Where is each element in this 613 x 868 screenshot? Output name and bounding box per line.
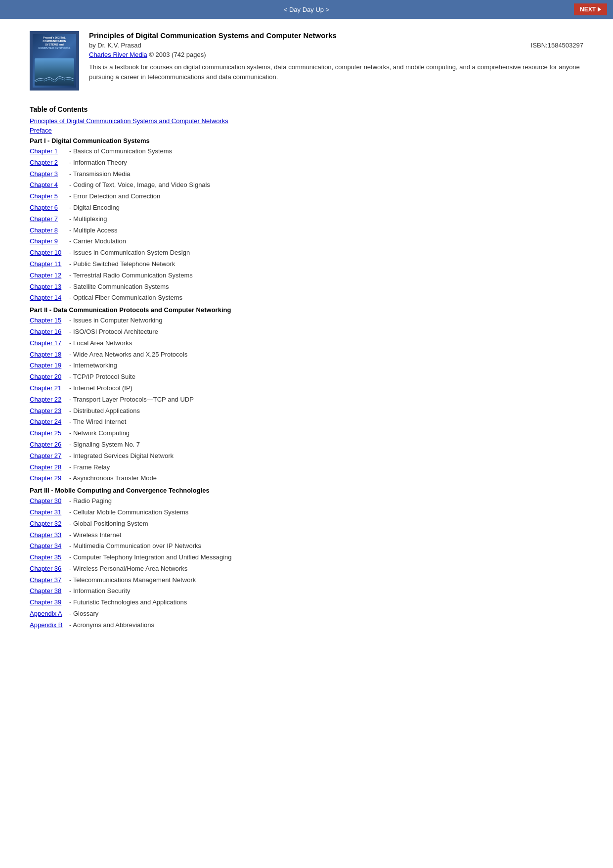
toc-chapter-link[interactable]: Chapter 28: [30, 462, 69, 473]
toc-chapter-link[interactable]: Chapter 18: [30, 350, 69, 360]
toc-list-item: Chapter 3 - Transmission Media: [30, 169, 583, 180]
toc-chapter-link[interactable]: Chapter 33: [30, 530, 69, 541]
toc-list-item: Chapter 23 - Distributed Applications: [30, 406, 583, 416]
toc-chapter-link[interactable]: Chapter 15: [30, 316, 69, 326]
book-title: Principles of Digital Communication Syst…: [89, 31, 583, 40]
toc-list-item: Chapter 33 - Wireless Internet: [30, 530, 583, 541]
toc-chapter-link[interactable]: Chapter 19: [30, 361, 69, 371]
toc-chapter-link[interactable]: Chapter 16: [30, 327, 69, 337]
toc-chapter-desc: - Wireless Personal/Home Area Networks: [69, 564, 187, 574]
toc-chapter-link[interactable]: Chapter 30: [30, 496, 69, 506]
toc-chapter-desc: - Global Positioning System: [69, 519, 148, 529]
toc-list-item: Chapter 31 - Cellular Mobile Communicati…: [30, 507, 583, 518]
toc-chapter-link[interactable]: Chapter 5: [30, 191, 69, 202]
toc-main-link[interactable]: Principles of Digital Communication Syst…: [30, 117, 583, 125]
toc-chapter-link[interactable]: Chapter 8: [30, 226, 69, 236]
toc-chapter-link[interactable]: Chapter 11: [30, 259, 69, 270]
toc-chapter-link[interactable]: Chapter 9: [30, 236, 69, 247]
publisher-suffix: © 2003 (742 pages): [147, 51, 206, 58]
toc-chapter-link[interactable]: Chapter 32: [30, 519, 69, 529]
toc-chapter-desc: - Wide Area Networks and X.25 Protocols: [69, 350, 187, 360]
toc-list-item: Chapter 4 - Coding of Text, Voice, Image…: [30, 180, 583, 190]
toc-list-item: Chapter 8 - Multiple Access: [30, 226, 583, 236]
toc-list-item: Appendix B - Acronyms and Abbreviations: [30, 620, 583, 631]
book-description: This is a textbook for courses on digita…: [89, 62, 583, 82]
toc-chapter-link[interactable]: Chapter 6: [30, 203, 69, 213]
part-2-chapters: Chapter 15 - Issues in Computer Networki…: [30, 316, 583, 484]
toc-chapter-desc: - Integrated Services Digital Network: [69, 451, 174, 461]
toc-chapter-link[interactable]: Chapter 35: [30, 552, 69, 563]
toc-chapter-link[interactable]: Chapter 31: [30, 507, 69, 518]
toc-list-item: Chapter 14 - Optical Fiber Communication…: [30, 293, 583, 303]
toc-chapter-link[interactable]: Appendix B: [30, 620, 69, 631]
toc-list-item: Chapter 37 - Telecommunications Manageme…: [30, 575, 583, 586]
toc-chapter-link[interactable]: Chapter 38: [30, 586, 69, 596]
toc-chapter-link[interactable]: Chapter 29: [30, 473, 69, 484]
toc-list-item: Chapter 28 - Frame Relay: [30, 462, 583, 473]
toc-list-item: Chapter 22 - Transport Layer Protocols—T…: [30, 395, 583, 405]
toc-chapter-link[interactable]: Chapter 7: [30, 214, 69, 225]
toc-chapter-link[interactable]: Chapter 37: [30, 575, 69, 586]
toc-chapter-link[interactable]: Chapter 27: [30, 451, 69, 461]
toc-chapter-desc: - Satellite Communication Systems: [69, 282, 169, 292]
toc-chapter-desc: - Computer Telephony Integration and Uni…: [69, 552, 232, 563]
toc-list-item: Chapter 9 - Carrier Modulation: [30, 236, 583, 247]
toc-list-item: Chapter 15 - Issues in Computer Networki…: [30, 316, 583, 326]
book-info: Principles of Digital Communication Syst…: [89, 31, 583, 91]
part-2-heading: Part II - Data Communication Protocols a…: [30, 306, 583, 314]
toc-chapter-desc: - Digital Encoding: [69, 203, 120, 213]
toc-chapter-desc: - ISO/OSI Protocol Architecture: [69, 327, 158, 337]
toc-chapter-link[interactable]: Chapter 4: [30, 180, 69, 190]
toc-chapter-link[interactable]: Chapter 20: [30, 372, 69, 382]
toc-list-item: Chapter 26 - Signaling System No. 7: [30, 440, 583, 450]
toc-list-item: Chapter 38 - Information Security: [30, 586, 583, 596]
toc-chapter-link[interactable]: Chapter 1: [30, 146, 69, 157]
toc-chapter-link[interactable]: Chapter 3: [30, 169, 69, 180]
toc-chapter-desc: - Terrestrial Radio Communication System…: [69, 271, 193, 281]
toc-chapter-link[interactable]: Appendix A: [30, 609, 69, 619]
toc-chapter-desc: - Distributed Applications: [69, 406, 140, 416]
toc-chapter-desc: - Multiplexing: [69, 214, 107, 225]
toc-list-item: Appendix A - Glossary: [30, 609, 583, 619]
toc-chapter-desc: - The Wired Internet: [69, 417, 126, 427]
toc-preface-link[interactable]: Preface: [30, 127, 583, 134]
toc-list-item: Chapter 21 - Internet Protocol (IP): [30, 383, 583, 394]
toc-list-item: Chapter 29 - Asynchronous Transfer Mode: [30, 473, 583, 484]
next-button[interactable]: NEXT: [574, 3, 607, 15]
toc-chapter-link[interactable]: Chapter 39: [30, 597, 69, 608]
toc-chapter-desc: - Issues in Communication System Design: [69, 248, 190, 258]
toc-chapter-desc: - Local Area Networks: [69, 338, 132, 349]
toc-chapter-link[interactable]: Chapter 17: [30, 338, 69, 349]
part-3-heading: Part III - Mobile Computing and Converge…: [30, 487, 583, 494]
publisher-link[interactable]: Charles River Media: [89, 51, 147, 58]
toc-list-item: Chapter 30 - Radio Paging: [30, 496, 583, 506]
part-1-chapters: Chapter 1 - Basics of Communication Syst…: [30, 146, 583, 303]
toc-chapter-link[interactable]: Chapter 23: [30, 406, 69, 416]
toc-chapter-desc: - Information Theory: [69, 158, 127, 168]
table-of-contents: Table of Contents Principles of Digital …: [0, 100, 613, 651]
toc-list-item: Chapter 5 - Error Detection and Correcti…: [30, 191, 583, 202]
toc-chapter-link[interactable]: Chapter 13: [30, 282, 69, 292]
toc-chapter-desc: - Transmission Media: [69, 169, 131, 180]
toc-chapter-link[interactable]: Chapter 14: [30, 293, 69, 303]
toc-chapter-link[interactable]: Chapter 2: [30, 158, 69, 168]
toc-chapter-link[interactable]: Chapter 25: [30, 428, 69, 439]
nav-day-day-up[interactable]: < Day Day Up >: [284, 6, 330, 13]
toc-list-item: Chapter 20 - TCP/IP Protocol Suite: [30, 372, 583, 382]
toc-chapter-link[interactable]: Chapter 10: [30, 248, 69, 258]
toc-chapter-link[interactable]: Chapter 36: [30, 564, 69, 574]
toc-chapter-desc: - Issues in Computer Networking: [69, 316, 163, 326]
toc-chapter-link[interactable]: Chapter 24: [30, 417, 69, 427]
toc-list-item: Chapter 34 - Multimedia Communication ov…: [30, 541, 583, 551]
toc-list-item: Chapter 19 - Internetworking: [30, 361, 583, 371]
toc-list-item: Chapter 12 - Terrestrial Radio Communica…: [30, 271, 583, 281]
toc-chapter-link[interactable]: Chapter 12: [30, 271, 69, 281]
toc-chapter-link[interactable]: Chapter 34: [30, 541, 69, 551]
toc-list-item: Chapter 10 - Issues in Communication Sys…: [30, 248, 583, 258]
toc-chapter-link[interactable]: Chapter 21: [30, 383, 69, 394]
toc-chapter-link[interactable]: Chapter 26: [30, 440, 69, 450]
toc-chapter-desc: - Telecommunications Management Network: [69, 575, 196, 586]
toc-chapter-link[interactable]: Chapter 22: [30, 395, 69, 405]
toc-chapter-desc: - Transport Layer Protocols—TCP and UDP: [69, 395, 194, 405]
toc-list-item: Chapter 24 - The Wired Internet: [30, 417, 583, 427]
